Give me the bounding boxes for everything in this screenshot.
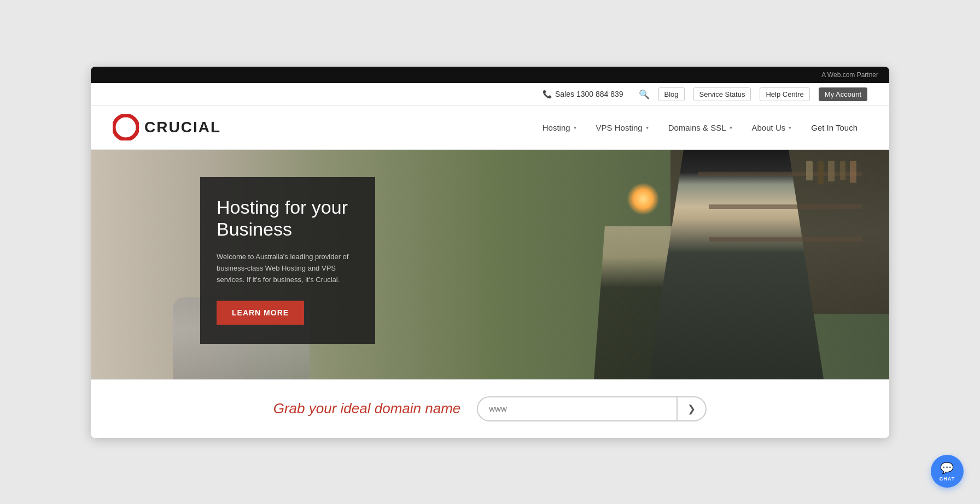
domain-label-end: domain name [371,400,461,417]
hero-description: Welcome to Australia's leading provider … [217,251,359,285]
nav-links: Hosting ▾ VPS Hosting ▾ Domains & SSL ▾ … [533,106,867,149]
search-icon[interactable]: 🔍 [639,89,650,99]
logo-icon [113,114,139,140]
domain-input[interactable] [478,397,676,420]
service-status-link[interactable]: Service Status [693,87,751,101]
chevron-down-icon: ▾ [789,125,791,131]
nav-item-vps-hosting[interactable]: VPS Hosting ▾ [586,106,658,149]
chat-label: CHAT [940,476,955,482]
help-centre-link[interactable]: Help Centre [760,87,809,101]
domain-submit-button[interactable]: ❯ [676,397,705,420]
nav-item-domains-ssl[interactable]: Domains & SSL ▾ [658,106,742,149]
utility-nav: 📞 Sales 1300 884 839 🔍 Blog Service Stat… [91,83,889,106]
partner-text: A Web.com Partner [821,71,878,79]
domain-search-section: Grab your ideal domain name ❯ [91,379,889,438]
top-bar: A Web.com Partner [91,67,889,83]
chat-button[interactable]: 💬 CHAT [931,455,964,488]
svg-point-1 [121,123,130,132]
main-nav: CRUCIAL Hosting ▾ VPS Hosting ▾ Domains … [91,106,889,150]
hero-title: Hosting for your Business [217,196,359,241]
phone-icon: 📞 [542,90,552,98]
hero-section: Hosting for your Business Welcome to Aus… [91,150,889,379]
logo-text: CRUCIAL [144,119,221,136]
learn-more-button[interactable]: LEARN MORE [217,301,304,325]
chevron-down-icon: ▾ [730,125,732,131]
my-account-link[interactable]: My Account [819,87,867,101]
nav-item-get-in-touch[interactable]: Get In Touch [801,106,867,149]
nav-item-about-us[interactable]: About Us ▾ [742,106,802,149]
phone-number: Sales 1300 884 839 [555,90,623,98]
phone-info: 📞 Sales 1300 884 839 [542,90,623,98]
blog-link[interactable]: Blog [658,87,685,101]
chevron-down-icon: ▾ [646,125,649,131]
hero-content-box: Hosting for your Business Welcome to Aus… [200,177,375,344]
logo[interactable]: CRUCIAL [113,114,221,140]
chevron-down-icon: ▾ [574,125,576,131]
domain-label-start: Grab your [273,400,341,417]
domain-label-italic: ideal [341,400,371,417]
domain-input-wrap: ❯ [477,396,707,421]
domain-label: Grab your ideal domain name [273,400,461,417]
nav-item-hosting[interactable]: Hosting ▾ [533,106,586,149]
chat-icon: 💬 [940,461,954,474]
